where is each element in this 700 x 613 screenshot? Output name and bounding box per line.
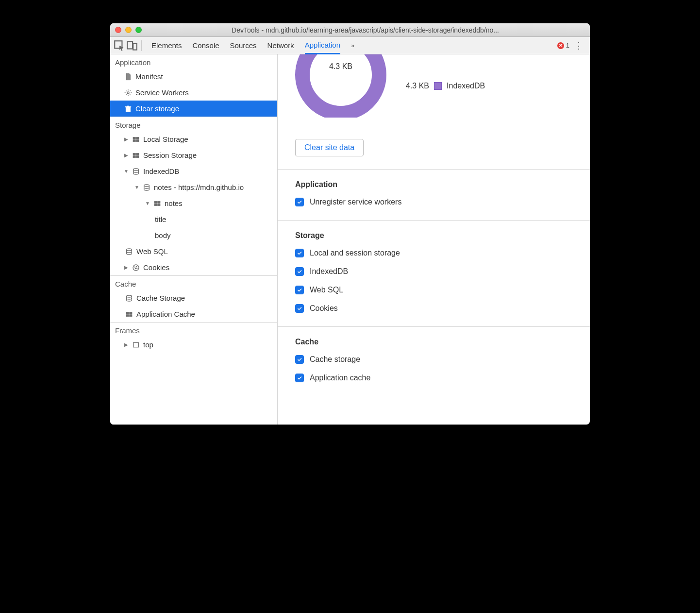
sidebar-item-service-workers[interactable]: Service Workers <box>110 85 277 101</box>
sidebar-item-label: Application Cache <box>136 310 195 318</box>
sidebar-section-storage: Storage <box>110 117 277 131</box>
clear-button-row: Clear site data <box>278 126 590 170</box>
svg-rect-16 <box>154 204 157 205</box>
expand-arrow-icon[interactable]: ▶ <box>124 136 129 142</box>
svg-point-3 <box>127 92 129 94</box>
collapse-arrow-icon[interactable]: ▼ <box>124 169 129 174</box>
document-icon <box>124 72 133 81</box>
expand-arrow-icon[interactable]: ▶ <box>124 342 129 347</box>
maximize-window-button[interactable] <box>135 27 142 33</box>
sidebar-item-label: body <box>155 231 171 239</box>
window-title: DevTools - mdn.github.io/learning-area/j… <box>146 26 585 34</box>
checkbox-checked-icon <box>295 286 304 294</box>
sidebar-item-indexeddb[interactable]: ▼ IndexedDB <box>110 163 277 179</box>
sidebar-item-label: notes - https://mdn.github.io <box>154 183 244 191</box>
checkbox-indexeddb[interactable]: IndexedDB <box>295 267 590 276</box>
device-toolbar-icon[interactable] <box>126 39 138 52</box>
svg-rect-7 <box>136 139 139 141</box>
svg-rect-28 <box>130 314 132 316</box>
expand-arrow-icon[interactable]: ▶ <box>124 153 129 158</box>
sidebar-item-label: IndexedDB <box>143 167 179 175</box>
inspect-element-icon[interactable] <box>113 39 126 52</box>
svg-rect-26 <box>130 312 132 314</box>
settings-menu-icon[interactable]: ⋮ <box>572 40 585 51</box>
trash-icon <box>124 104 133 113</box>
checkbox-unregister-sw[interactable]: Unregister service workers <box>295 198 590 206</box>
checkbox-label: IndexedDB <box>310 267 348 276</box>
svg-rect-4 <box>133 137 135 139</box>
sidebar-section-frames: Frames <box>110 323 277 337</box>
sidebar-item-label: Session Storage <box>143 151 197 159</box>
svg-rect-1 <box>127 41 133 49</box>
tab-elements[interactable]: Elements <box>151 37 182 54</box>
close-window-button[interactable] <box>115 27 121 33</box>
legend-label: IndexedDB <box>447 82 485 90</box>
storage-usage-donut: 4.3 KB <box>295 54 386 118</box>
more-tabs-button[interactable]: » <box>351 37 354 54</box>
donut-center-label: 4.3 KB <box>295 62 386 71</box>
svg-rect-25 <box>126 312 129 314</box>
clear-site-data-button[interactable]: Clear site data <box>295 139 364 156</box>
tab-sources[interactable]: Sources <box>230 37 257 54</box>
main-panel: 4.3 KB 4.3 KB IndexedDB Clear site data … <box>278 54 590 425</box>
checkbox-websql[interactable]: Web SQL <box>295 286 590 294</box>
section-storage: Storage Local and session storage Indexe… <box>278 221 590 327</box>
sidebar-section-application: Application <box>110 54 277 68</box>
section-title: Cache <box>295 338 590 346</box>
svg-point-22 <box>135 268 136 269</box>
minimize-window-button[interactable] <box>125 27 132 33</box>
collapse-arrow-icon[interactable]: ▼ <box>145 201 150 206</box>
error-icon: ✕ <box>557 42 564 49</box>
tab-application[interactable]: Application <box>305 37 340 54</box>
sidebar-item-db-notes[interactable]: ▼ notes - https://mdn.github.io <box>110 179 277 195</box>
legend-size: 4.3 KB <box>406 82 429 90</box>
checkbox-local-session[interactable]: Local and session storage <box>295 249 590 257</box>
expand-arrow-icon[interactable]: ▶ <box>124 265 129 270</box>
checkbox-cache-storage[interactable]: Cache storage <box>295 355 590 364</box>
legend-item-indexeddb: 4.3 KB IndexedDB <box>406 82 485 90</box>
error-badge[interactable]: ✕ 1 <box>557 42 569 49</box>
svg-rect-14 <box>154 201 157 203</box>
sidebar-item-cache-storage[interactable]: Cache Storage <box>110 290 277 306</box>
sidebar-item-label: Local Storage <box>143 135 188 143</box>
panel-tabs: Elements Console Sources Network Applica… <box>151 37 557 54</box>
sidebar-item-websql[interactable]: Web SQL <box>110 243 277 259</box>
checkbox-application-cache[interactable]: Application cache <box>295 374 590 382</box>
database-icon <box>125 294 133 303</box>
error-count: 1 <box>566 42 569 49</box>
sidebar-item-label: Cache Storage <box>136 294 185 302</box>
frame-icon <box>132 341 140 349</box>
sidebar: Application Manifest Service Workers Cle… <box>110 54 278 425</box>
sidebar-item-column-body[interactable]: body <box>110 227 277 243</box>
sidebar-item-local-storage[interactable]: ▶ Local Storage <box>110 131 277 147</box>
svg-rect-2 <box>133 43 137 50</box>
svg-rect-9 <box>136 153 139 155</box>
sidebar-item-label: Service Workers <box>135 88 189 97</box>
section-title: Application <box>295 180 590 189</box>
tab-console[interactable]: Console <box>193 37 219 54</box>
sidebar-item-manifest[interactable]: Manifest <box>110 68 277 85</box>
sidebar-item-label: Clear storage <box>135 104 179 113</box>
body: Application Manifest Service Workers Cle… <box>110 54 590 425</box>
collapse-arrow-icon[interactable]: ▼ <box>134 185 139 190</box>
sidebar-item-application-cache[interactable]: Application Cache <box>110 306 277 322</box>
svg-point-12 <box>133 169 139 170</box>
sidebar-item-clear-storage[interactable]: Clear storage <box>110 101 277 117</box>
sidebar-item-column-title[interactable]: title <box>110 211 277 227</box>
sidebar-item-table-notes[interactable]: ▼ notes <box>110 195 277 211</box>
checkbox-cookies[interactable]: Cookies <box>295 304 590 313</box>
tab-network[interactable]: Network <box>267 37 294 54</box>
table-icon <box>132 135 140 144</box>
svg-point-23 <box>136 268 137 269</box>
devtools-window: DevTools - mdn.github.io/learning-area/j… <box>110 23 590 425</box>
sidebar-item-label: top <box>143 341 153 349</box>
checkbox-label: Application cache <box>310 374 370 382</box>
checkbox-checked-icon <box>295 249 304 257</box>
sidebar-item-cookies[interactable]: ▶ Cookies <box>110 259 277 275</box>
titlebar: DevTools - mdn.github.io/learning-area/j… <box>110 23 590 37</box>
sidebar-item-session-storage[interactable]: ▶ Session Storage <box>110 147 277 163</box>
section-application: Application Unregister service workers <box>278 170 590 221</box>
section-cache: Cache Cache storage Application cache <box>278 327 590 396</box>
sidebar-item-frame-top[interactable]: ▶ top <box>110 337 277 353</box>
svg-rect-5 <box>136 137 139 139</box>
